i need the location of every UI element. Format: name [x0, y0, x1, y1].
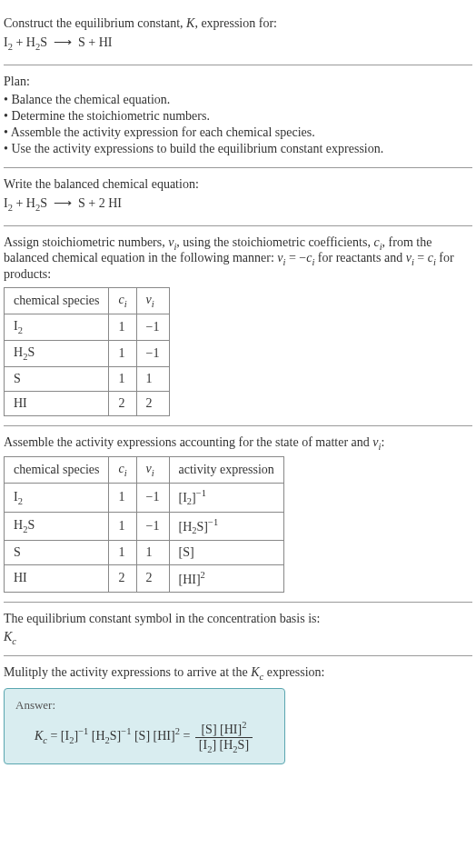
symbol-intro: The equilibrium constant symbol in the c… [4, 612, 472, 626]
cell-act: [I2]−1 [169, 484, 283, 512]
table-row: HI 2 2 [HI]2 [5, 565, 284, 593]
symbol-section: The equilibrium constant symbol in the c… [4, 603, 472, 656]
cell-c: 2 [109, 391, 136, 415]
answer-lhs: Kc = [I2]−1 [H2S]−1 [S] [HI]2 = [35, 729, 193, 743]
balanced-heading: Write the balanced chemical equation: [4, 177, 472, 192]
cell-c: 1 [109, 340, 136, 366]
cell-nu: −1 [136, 314, 169, 340]
table-row: H2S 1 −1 [5, 340, 170, 366]
answer-fraction: [S] [HI]2[I2] [H2S] [195, 720, 253, 753]
cell-act: [HI]2 [169, 565, 283, 593]
col-nui: νi [136, 457, 169, 484]
activity-table: chemical species ci νi activity expressi… [4, 456, 284, 592]
table-row: I2 1 −1 [I2]−1 [5, 484, 284, 512]
cell-c: 1 [109, 484, 136, 512]
cell-nu: −1 [136, 340, 169, 366]
table-header-row: chemical species ci νi activity expressi… [5, 457, 284, 484]
prompt-line: Construct the equilibrium constant, K, e… [4, 16, 472, 31]
table-row: I2 1 −1 [5, 314, 170, 340]
cell-act: [H2S]−1 [169, 512, 283, 540]
table-row: S 1 1 [5, 366, 170, 391]
cell-species: S [5, 366, 109, 391]
unbalanced-equation: I2 + H2S ⟶ S + HI [4, 35, 472, 52]
plan-item: Determine the stoichiometric numbers. [4, 109, 472, 124]
frac-denominator: [I2] [H2S] [195, 738, 253, 754]
plan-item: Balance the chemical equation. [4, 93, 472, 107]
plan-section: Plan: Balance the chemical equation. Det… [4, 65, 472, 168]
cell-c: 2 [109, 565, 136, 593]
cell-species: HI [5, 565, 109, 593]
table-row: H2S 1 −1 [H2S]−1 [5, 512, 284, 540]
frac-numerator: [S] [HI]2 [195, 720, 253, 738]
balanced-equation: I2 + H2S ⟶ S + 2 HI [4, 195, 472, 213]
cell-nu: −1 [136, 484, 169, 512]
col-species: chemical species [5, 288, 109, 314]
answer-equation: Kc = [I2]−1 [H2S]−1 [S] [HI]2 = [S] [HI]… [15, 720, 273, 753]
col-ci: ci [109, 457, 136, 484]
cell-species: I2 [5, 314, 109, 340]
stoich-table: chemical species ci νi I2 1 −1 H2S 1 −1 … [4, 287, 170, 415]
cell-c: 1 [109, 512, 136, 540]
cell-c: 1 [109, 314, 136, 340]
cell-species: S [5, 541, 109, 565]
prompt-prefix: Construct the equilibrium constant, [4, 16, 186, 30]
activity-intro: Assemble the activity expressions accoun… [4, 435, 472, 452]
multiply-intro: Mulitply the activity expressions to arr… [4, 665, 472, 682]
cell-nu: 2 [136, 565, 169, 593]
cell-nu: 2 [136, 391, 169, 415]
kc-symbol: Kc [4, 630, 472, 646]
prompt-section: Construct the equilibrium constant, K, e… [4, 7, 472, 65]
cell-nu: 1 [136, 541, 169, 565]
answer-box: Answer: Kc = [I2]−1 [H2S]−1 [S] [HI]2 = … [4, 688, 285, 763]
balanced-section: Write the balanced chemical equation: I2… [4, 168, 472, 226]
multiply-section: Mulitply the activity expressions to arr… [4, 656, 472, 773]
cell-species: H2S [5, 340, 109, 366]
cell-act: [S] [169, 541, 283, 565]
activity-section: Assemble the activity expressions accoun… [4, 426, 472, 603]
table-header-row: chemical species ci νi [5, 288, 170, 314]
stoich-intro: Assign stoichiometric numbers, νi, using… [4, 235, 472, 283]
plan-heading: Plan: [4, 75, 472, 89]
cell-species: H2S [5, 512, 109, 540]
answer-label: Answer: [15, 698, 273, 713]
stoich-section: Assign stoichiometric numbers, νi, using… [4, 226, 472, 426]
plan-list: Balance the chemical equation. Determine… [4, 93, 472, 156]
cell-species: HI [5, 391, 109, 415]
col-nui: νi [136, 288, 169, 314]
col-activity: activity expression [169, 457, 283, 484]
table-row: HI 2 2 [5, 391, 170, 415]
table-row: S 1 1 [S] [5, 541, 284, 565]
prompt-k: K [186, 16, 194, 30]
cell-nu: 1 [136, 366, 169, 391]
cell-species: I2 [5, 484, 109, 512]
cell-c: 1 [109, 366, 136, 391]
col-species: chemical species [5, 457, 109, 484]
cell-nu: −1 [136, 512, 169, 540]
plan-item: Assemble the activity expression for eac… [4, 125, 472, 140]
col-ci: ci [109, 288, 136, 314]
prompt-suffix: , expression for: [194, 16, 277, 30]
plan-item: Use the activity expressions to build th… [4, 142, 472, 156]
cell-c: 1 [109, 541, 136, 565]
